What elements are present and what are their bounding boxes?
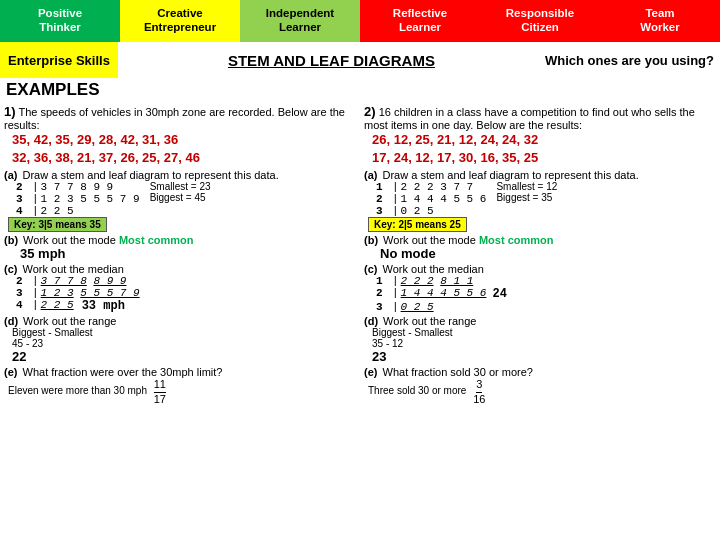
q2-mode-answer: No mode [380, 246, 716, 261]
q1-part-e: (e) What fraction were over the 30mph li… [4, 366, 356, 378]
q2-data2: 17, 24, 12, 17, 30, 16, 35, 25 [372, 149, 716, 167]
q1-stem-leaf-diagram: 2|3 7 7 8 9 9 3|1 2 3 5 5 5 7 9 4|2 2 5 … [4, 181, 356, 232]
q1-part-b: (b) Work out the mode Most common [4, 234, 356, 246]
q2-smallest-biggest: Smallest = 12 Biggest = 35 [496, 181, 557, 203]
q2-part-d: (d) Work out the range [364, 315, 716, 327]
q2-fraction: 3 16 [473, 378, 485, 405]
q1-smallest-biggest: Smallest = 23 Biggest = 45 [150, 181, 211, 203]
tab-independent-learner[interactable]: IndependentLearner [240, 0, 360, 42]
q2-e-answer: Three sold 30 or more 3 16 [368, 378, 716, 405]
q2-data1: 26, 12, 25, 21, 12, 24, 24, 32 [372, 131, 716, 149]
q1-part-d: (d) Work out the range [4, 315, 356, 327]
tab-reflective-learner[interactable]: ReflectiveLearner [360, 0, 480, 42]
q2-range-detail: Biggest - Smallest 35 - 12 23 [372, 327, 716, 364]
q1-part-c: (c) Work out the median [4, 263, 356, 275]
page-heading: STEM AND LEAF DIAGRAMS [118, 52, 545, 69]
q1-data1: 35, 42, 35, 29, 28, 42, 31, 36 [12, 131, 356, 149]
tab-responsible-citizen[interactable]: ResponsibleCitizen [480, 0, 600, 42]
q1-data2: 32, 36, 38, 21, 37, 26, 25, 27, 46 [12, 149, 356, 167]
q1-e-answer: Eleven were more than 30 mph 11 17 [8, 378, 356, 405]
q2-stem-leaf-diagram: 1|2 2 2 3 7 7 2|1 4 4 4 5 5 6 3|0 2 5 Ke… [364, 181, 716, 232]
q2-number: 2) 16 children in a class have a competi… [364, 104, 716, 131]
q2-part-b: (b) Work out the mode Most common [364, 234, 716, 246]
examples-label: EXAMPLES [0, 78, 720, 102]
q1-number: 1) The speeds of vehicles in 30mph zone … [4, 104, 356, 131]
q1-mode-answer: 35 mph [20, 246, 356, 261]
question-1-col: 1) The speeds of vehicles in 30mph zone … [4, 104, 356, 406]
q1-range-detail: Biggest - Smallest 45 - 23 22 [12, 327, 356, 364]
q2-key-box: Key: 2|5 means 25 [368, 217, 467, 232]
q1-fraction: 11 17 [154, 378, 166, 405]
heading-bar: Enterprise Skills STEM AND LEAF DIAGRAMS… [0, 42, 720, 78]
which-ones-text: Which ones are you using? [545, 53, 720, 68]
q2-part-e: (e) What fraction sold 30 or more? [364, 366, 716, 378]
q2-median-diagram: 1|2 2 2 8 1 1 2|1 4 4 4 5 5 6 24 3|0 2 5 [376, 275, 716, 313]
question-2-col: 2) 16 children in a class have a competi… [364, 104, 716, 406]
content-area: 1) The speeds of vehicles in 30mph zone … [0, 102, 720, 408]
tab-team-worker[interactable]: TeamWorker [600, 0, 720, 42]
q1-key-box: Key: 3|5 means 35 [8, 217, 107, 232]
q1-median-diagram: 2|3 7 7 8 8 9 9 3|1 2 3 5 5 5 7 9 4|2 2 … [16, 275, 356, 313]
q2-part-a: (a) Draw a stem and leaf diagram to repr… [364, 169, 716, 181]
tab-positive-thinker[interactable]: PositiveThinker [0, 0, 120, 42]
enterprise-label: Enterprise Skills [0, 42, 118, 78]
tab-creative-entrepreneur[interactable]: CreativeEntrepreneur [120, 0, 240, 42]
q2-part-c: (c) Work out the median [364, 263, 716, 275]
q1-part-a: (a) Draw a stem and leaf diagram to repr… [4, 169, 356, 181]
tab-bar: PositiveThinker CreativeEntrepreneur Ind… [0, 0, 720, 42]
